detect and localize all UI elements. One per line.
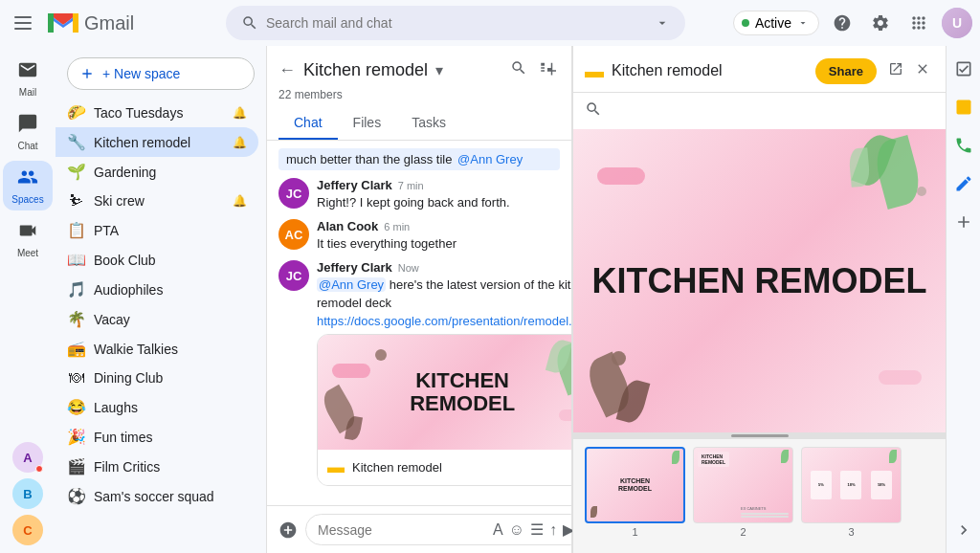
thumbnail-2[interactable]: KITCHENREMODEL EX CABINETS 2	[693, 447, 793, 545]
doc-main: KITCHEN REMODEL KITCHENREMODEL 1	[573, 129, 946, 553]
topbar-right: Active U	[733, 8, 972, 38]
space-name: Laughs	[94, 400, 247, 415]
spaces-sidebar: + New space 🌮 Taco Tuesdays 🔔 🔧 Kitchen …	[56, 46, 266, 553]
thumb-number-2: 2	[740, 526, 746, 538]
message-content: Jeffery Clark 7 min Right!? I kept going…	[317, 178, 560, 211]
topbar-left: Gmail	[8, 8, 218, 38]
format-icon[interactable]: A	[493, 521, 503, 539]
search-chat-button[interactable]	[506, 55, 531, 84]
add-attachment-button[interactable]	[278, 515, 298, 545]
chat-title: Kitchen remodel	[303, 60, 428, 80]
add-icon[interactable]	[948, 207, 979, 237]
nav-chat-label: Chat	[17, 141, 37, 151]
message-avatar: JC	[278, 178, 309, 209]
nav-item-chat[interactable]: Chat	[3, 107, 53, 157]
space-item-laughs[interactable]: 😂 Laughs	[56, 392, 258, 422]
thumbnail-3[interactable]: 5% 18% 58% 3	[801, 447, 902, 545]
space-emoji: 🎉	[67, 428, 86, 446]
space-emoji: 🌱	[67, 163, 86, 181]
user-avatar[interactable]: U	[942, 8, 972, 38]
pin-button[interactable]	[535, 55, 560, 84]
tasks-icon[interactable]	[948, 54, 979, 84]
message-link[interactable]: https://docs.google.com/presentation/rem…	[317, 314, 571, 328]
mute-icon: 🔔	[233, 106, 247, 120]
message-content: Jeffery Clark Now @Ann Grey here's the l…	[317, 260, 571, 485]
message-sender: Jeffery Clark	[317, 178, 392, 192]
space-item-kitchen[interactable]: 🔧 Kitchen remodel 🔔	[56, 127, 258, 157]
space-item-dining[interactable]: 🍽 Dining Club	[56, 364, 258, 392]
message-text: It ties everything together	[317, 235, 560, 253]
space-item-vacay[interactable]: 🌴 Vacay	[56, 304, 258, 334]
nav-item-mail[interactable]: Mail	[3, 54, 53, 103]
list-icon[interactable]: ☰	[530, 520, 544, 539]
preview-slide-title: KITCHENREMODEL	[410, 369, 515, 415]
doc-slide-main: KITCHEN REMODEL	[573, 129, 946, 432]
space-name: Vacay	[94, 312, 247, 327]
space-name: Dining Club	[94, 370, 247, 386]
expand-icon[interactable]	[948, 515, 979, 545]
nav-item-spaces[interactable]: Spaces	[3, 161, 53, 210]
message-content: Alan Cook 6 min It ties everything toget…	[317, 219, 560, 253]
open-new-tab-icon[interactable]	[884, 57, 907, 84]
space-item-bookclub[interactable]: 📖 Book Club	[56, 245, 258, 275]
space-emoji: ⛷	[67, 192, 86, 210]
space-item-gardening[interactable]: 🌱 Gardening	[56, 157, 258, 187]
message-avatar: JC	[278, 260, 309, 291]
phone-icon[interactable]	[948, 130, 979, 161]
yellow-icon[interactable]	[948, 92, 979, 122]
search-bar[interactable]	[226, 6, 685, 40]
space-item-funtimes[interactable]: 🎉 Fun times	[56, 422, 258, 452]
chat-title-dropdown[interactable]: ▾	[435, 61, 443, 79]
space-emoji: 🌴	[67, 310, 86, 328]
back-button[interactable]: ←	[278, 60, 296, 80]
message-input-row: A ☺ ☰ ↑ ▶	[278, 514, 560, 545]
thumb-number-3: 3	[848, 526, 854, 538]
meet-icon	[17, 220, 38, 246]
settings-button[interactable]	[865, 8, 896, 38]
preview-footer: ▬ Kitchen remodel	[318, 450, 571, 485]
space-name: Ski crew	[94, 193, 225, 209]
input-icons: A ☺ ☰ ↑ ▶	[493, 520, 574, 539]
close-doc-icon[interactable]	[911, 57, 934, 84]
space-item-ski[interactable]: ⛷ Ski crew 🔔	[56, 187, 258, 215]
bottom-avatar-2[interactable]: B	[12, 478, 43, 509]
search-dropdown-icon[interactable]	[655, 15, 670, 31]
doc-action-icons	[884, 57, 934, 84]
bottom-avatar-3[interactable]: C	[12, 515, 43, 545]
mute-icon: 🔔	[233, 136, 247, 149]
message-input[interactable]	[318, 522, 485, 538]
message-text: @Ann Grey here's the latest version of t…	[317, 276, 571, 311]
nav-item-meet[interactable]: Meet	[3, 214, 53, 264]
space-item-taco[interactable]: 🌮 Taco Tuesdays 🔔	[56, 98, 258, 127]
share-button[interactable]: Share	[815, 58, 877, 84]
message-time: 6 min	[384, 221, 410, 232]
new-space-label: + New space	[102, 66, 180, 81]
message-input-box[interactable]: A ☺ ☰ ↑ ▶	[305, 514, 587, 545]
main-content: Mail Chat Spaces Meet A	[0, 46, 980, 553]
mention-tag: @Ann Grey	[456, 152, 524, 166]
blue-pencil-icon[interactable]	[948, 168, 979, 199]
message-header: Jeffery Clark 7 min	[317, 178, 560, 192]
space-item-soccer[interactable]: ⚽ Sam's soccer squad	[56, 481, 258, 511]
space-item-audiophiles[interactable]: 🎵 Audiophiles	[56, 275, 258, 304]
emoji-icon[interactable]: ☺	[509, 521, 524, 539]
apps-button[interactable]	[903, 8, 934, 38]
menu-icon[interactable]	[8, 8, 38, 38]
tab-files[interactable]: Files	[338, 107, 397, 140]
new-space-button[interactable]: + New space	[67, 57, 255, 90]
active-status-button[interactable]: Active	[733, 11, 819, 35]
bottom-avatar-1[interactable]: A	[12, 442, 43, 473]
preview-card[interactable]: KITCHENREMODEL ▬ Kitchen remodel	[317, 334, 571, 486]
tab-chat[interactable]: Chat	[278, 107, 338, 140]
zoom-icon[interactable]	[585, 100, 602, 118]
help-button[interactable]	[827, 8, 858, 38]
svg-rect-0	[14, 16, 32, 18]
thumbnail-1[interactable]: KITCHENREMODEL 1	[585, 447, 685, 545]
search-input[interactable]	[266, 15, 647, 31]
space-item-pta[interactable]: 📋 PTA	[56, 215, 258, 245]
space-item-walkie[interactable]: 📻 Walkie Talkies	[56, 334, 258, 364]
space-name: Book Club	[94, 253, 247, 268]
tab-tasks[interactable]: Tasks	[396, 107, 461, 140]
upload-icon[interactable]: ↑	[549, 521, 557, 539]
space-item-critics[interactable]: 🎬 Film Critics	[56, 452, 258, 481]
